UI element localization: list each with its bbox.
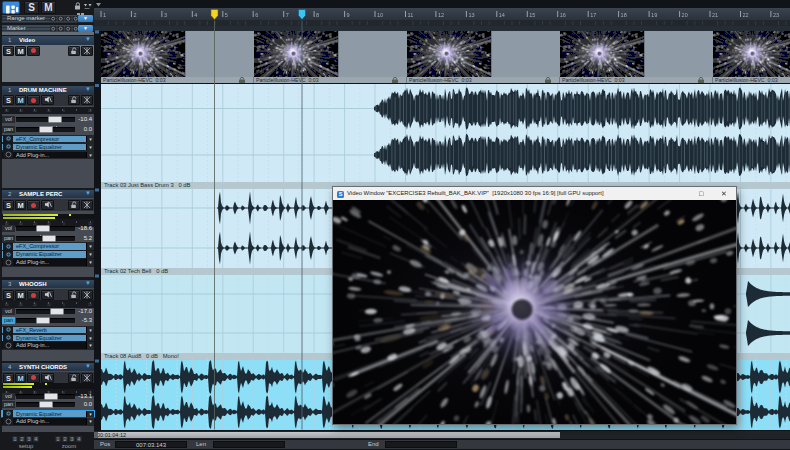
svg-text:11: 11 <box>408 12 414 18</box>
svg-text:13: 13 <box>468 12 474 18</box>
svg-text:5: 5 <box>225 12 228 18</box>
svg-text:3: 3 <box>164 12 167 18</box>
svg-text:18: 18 <box>621 12 627 18</box>
svg-text:17: 17 <box>590 12 596 18</box>
svg-text:6: 6 <box>255 12 258 18</box>
svg-text:16: 16 <box>560 12 566 18</box>
svg-text:1: 1 <box>103 12 106 18</box>
svg-text:22: 22 <box>743 12 749 18</box>
svg-text:2: 2 <box>133 12 136 18</box>
svg-text:12: 12 <box>438 12 444 18</box>
svg-text:9: 9 <box>347 12 350 18</box>
svg-text:10: 10 <box>377 12 383 18</box>
svg-text:19: 19 <box>651 12 657 18</box>
svg-text:14: 14 <box>499 12 505 18</box>
svg-text:20: 20 <box>682 12 688 18</box>
svg-text:15: 15 <box>529 12 535 18</box>
svg-text:21: 21 <box>712 12 718 18</box>
svg-text:23: 23 <box>773 12 779 18</box>
svg-text:7: 7 <box>286 12 289 18</box>
svg-text:8: 8 <box>316 12 319 18</box>
svg-text:4: 4 <box>194 12 197 18</box>
